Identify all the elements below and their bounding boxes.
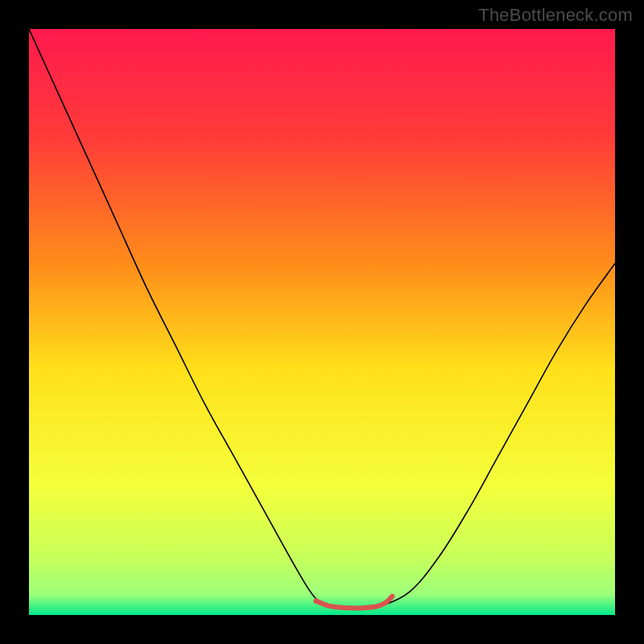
- chart-frame: TheBottleneck.com: [0, 0, 644, 644]
- plot-svg: [29, 29, 615, 615]
- watermark-text: TheBottleneck.com: [478, 5, 633, 26]
- plot-background: [29, 29, 615, 615]
- bottleneck-plot: [29, 29, 615, 615]
- optimal-band-start-dot: [313, 598, 319, 604]
